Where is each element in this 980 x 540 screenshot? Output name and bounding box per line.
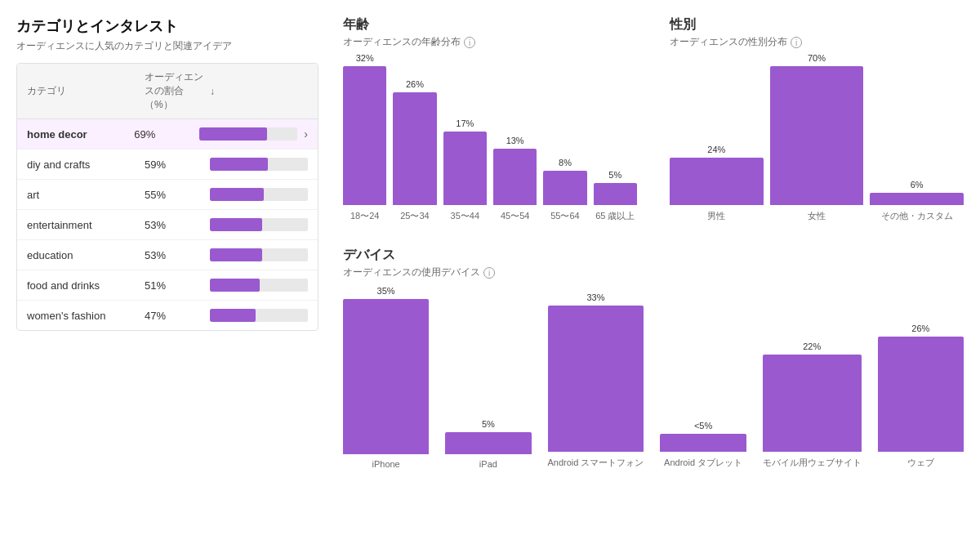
table-row[interactable]: diy and crafts59% [17, 150, 318, 180]
percent-label: 53% [145, 249, 210, 261]
chart-bar-item: 70%女性 [770, 53, 864, 222]
bar-body [763, 355, 862, 452]
bar-axis-label: 35〜44 [451, 210, 479, 222]
bar-container [210, 248, 308, 261]
bar-percent-label: <5% [694, 421, 712, 431]
chart-bar-item: <5%Android タブレット [660, 421, 746, 469]
bar-percent-label: 6% [911, 180, 924, 190]
bar-body [660, 434, 746, 452]
bar-axis-label: Android スマートフォン [548, 457, 644, 469]
left-panel: カテゴリとインタレスト オーディエンスに人気のカテゴリと関連アイデア カテゴリ … [16, 16, 318, 469]
table-row[interactable]: home decor69%› [17, 119, 318, 150]
chart-bar-item: 35%iPhone [343, 286, 429, 469]
main-container: カテゴリとインタレスト オーディエンスに人気のカテゴリと関連アイデア カテゴリ … [16, 16, 964, 469]
bar-percent-label: 5% [482, 419, 495, 429]
table-header: カテゴリ オーディエンスの割合（%） ↓ [17, 64, 318, 119]
bar-container [210, 158, 308, 171]
bar-body [543, 171, 586, 206]
bar-percent-label: 8% [559, 158, 572, 167]
bar-body [343, 66, 386, 205]
percent-label: 59% [145, 158, 210, 171]
bar-body [343, 299, 429, 454]
bar-axis-label: 女性 [808, 210, 826, 222]
chart-bar-item: 17%35〜44 [443, 118, 487, 222]
device-section: デバイス オーディエンスの使用デバイス i 35%iPhone5%iPad33%… [343, 247, 964, 469]
percent-label: 55% [145, 189, 210, 201]
age-section: 年齢 オーディエンスの年齢分布 i 32%18〜2426%25〜3417%35〜… [343, 16, 637, 222]
bar-body [548, 306, 644, 452]
table-row[interactable]: entertainment53% [17, 210, 318, 240]
bar-axis-label: 45〜54 [501, 210, 529, 222]
chevron-right-icon: › [304, 127, 308, 141]
bar-axis-label: モバイル用ウェブサイト [763, 457, 862, 469]
chart-bar-item: 6%その他・カスタム [870, 180, 964, 222]
bar-body [878, 337, 964, 452]
bar-body [443, 132, 487, 205]
bar-axis-label: 65 歳以上 [595, 210, 635, 222]
device-info-icon[interactable]: i [483, 267, 495, 279]
bar-container [210, 279, 308, 292]
sort-down-icon: ↓ [210, 86, 215, 97]
category-label: home decor [27, 128, 134, 141]
bar-percent-label: 22% [803, 341, 821, 351]
gender-subtitle: オーディエンスの性別分布 i [670, 35, 964, 49]
bar-container [210, 218, 308, 231]
chart-bar-item: 26%ウェブ [878, 324, 964, 469]
table-row[interactable]: women's fashion47% [17, 301, 318, 330]
bar-body [393, 92, 436, 205]
right-panel: 年齢 オーディエンスの年齢分布 i 32%18〜2426%25〜3417%35〜… [343, 16, 964, 469]
percent-label: 53% [145, 219, 210, 231]
category-label: women's fashion [27, 310, 145, 322]
bar-body [870, 193, 964, 205]
chart-bar-item: 26%25〜34 [393, 79, 436, 222]
chart-bar-item: 24%男性 [670, 145, 764, 222]
table-body: home decor69%›diy and crafts59%art55%ent… [17, 119, 318, 330]
bar-percent-label: 26% [911, 324, 929, 333]
chart-bar-item: 32%18〜24 [343, 53, 386, 222]
table-row[interactable]: education53% [17, 240, 318, 270]
bar-percent-label: 32% [356, 53, 374, 63]
bar-body [445, 432, 531, 454]
bar-axis-label: 男性 [707, 210, 725, 222]
category-label: education [27, 249, 145, 261]
age-chart: 32%18〜2426%25〜3417%35〜4413%45〜548%55〜645… [343, 59, 637, 222]
category-label: diy and crafts [27, 158, 145, 171]
chart-bar-item: 5%iPad [445, 419, 531, 469]
bar-axis-label: 55〜64 [550, 210, 579, 222]
category-label: food and drinks [27, 279, 145, 292]
bar-body [493, 149, 537, 205]
chart-bar-item: 5%65 歳以上 [594, 170, 637, 222]
bar-percent-label: 5% [608, 170, 621, 180]
col-header-percent: オーディエンスの割合（%） [145, 70, 210, 112]
device-title: デバイス [343, 247, 964, 264]
col-header-category: カテゴリ [27, 84, 145, 98]
chart-bar-item: 13%45〜54 [493, 136, 537, 222]
category-table: カテゴリ オーディエンスの割合（%） ↓ home decor69%›diy a… [16, 63, 318, 331]
age-subtitle: オーディエンスの年齢分布 i [343, 35, 637, 49]
age-info-icon[interactable]: i [464, 37, 475, 48]
left-title: カテゴリとインタレスト [16, 16, 318, 36]
bar-container [199, 127, 297, 141]
bar-body [594, 183, 637, 205]
age-title: 年齢 [343, 16, 637, 33]
bar-container [210, 309, 308, 322]
bar-axis-label: iPad [479, 459, 497, 469]
percent-label: 47% [145, 310, 210, 322]
gender-info-icon[interactable]: i [791, 37, 802, 48]
bar-body [670, 158, 764, 205]
table-row[interactable]: art55% [17, 180, 318, 210]
table-row[interactable]: food and drinks51% [17, 270, 318, 301]
category-label: entertainment [27, 219, 145, 231]
bar-percent-label: 33% [586, 292, 604, 302]
category-label: art [27, 189, 145, 201]
bar-body [770, 66, 864, 205]
chart-bar-item: 8%55〜64 [543, 158, 586, 223]
bar-axis-label: その他・カスタム [881, 210, 953, 222]
bar-percent-label: 17% [456, 118, 474, 128]
charts-top: 年齢 オーディエンスの年齢分布 i 32%18〜2426%25〜3417%35〜… [343, 16, 964, 222]
bar-axis-label: iPhone [372, 459, 399, 469]
percent-label: 69% [134, 128, 199, 141]
bar-axis-label: ウェブ [907, 457, 934, 469]
bar-container [210, 188, 308, 201]
chart-bar-item: 22%モバイル用ウェブサイト [763, 341, 862, 469]
